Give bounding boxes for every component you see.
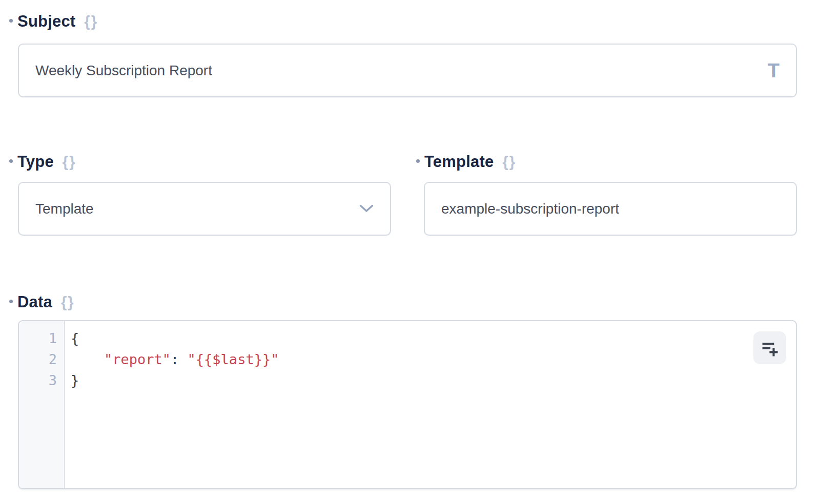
type-select[interactable]: Template xyxy=(18,182,391,236)
line-number: 3 xyxy=(19,370,57,391)
subject-input-field[interactable] xyxy=(35,62,768,79)
type-label-text: Type xyxy=(17,152,54,172)
email-node-form: Subject {} T Type {} Template Template {… xyxy=(0,0,820,504)
line-number: 1 xyxy=(19,328,57,349)
data-field-label: Data {} xyxy=(9,292,75,312)
line-number: 2 xyxy=(19,349,57,370)
type-field-label: Type {} xyxy=(9,152,76,172)
data-label-text: Data xyxy=(17,292,52,312)
code-line: } xyxy=(71,370,796,391)
required-dot xyxy=(416,159,420,163)
editor-gutter: 123 xyxy=(19,321,65,488)
subject-label-text: Subject xyxy=(17,12,75,31)
braces-icon[interactable]: {} xyxy=(63,152,76,172)
text-type-icon[interactable]: T xyxy=(768,61,780,80)
template-label-text: Template xyxy=(424,152,494,172)
format-json-icon xyxy=(761,339,779,357)
chevron-down-icon[interactable] xyxy=(359,204,374,213)
template-field-label: Template {} xyxy=(416,152,516,172)
braces-icon[interactable]: {} xyxy=(502,152,516,172)
required-dot xyxy=(9,19,13,23)
template-input[interactable] xyxy=(424,182,797,236)
code-line: "report": "{{$last}}" xyxy=(71,349,796,370)
template-input-field[interactable] xyxy=(441,201,780,217)
required-dot xyxy=(9,159,13,163)
subject-input[interactable]: T xyxy=(18,44,797,97)
braces-icon[interactable]: {} xyxy=(84,12,98,31)
editor-code[interactable]: { "report": "{{$last}}"} xyxy=(65,321,796,488)
type-select-value: Template xyxy=(35,201,359,217)
format-json-button[interactable] xyxy=(753,331,786,364)
data-code-editor[interactable]: 123 { "report": "{{$last}}"} xyxy=(18,320,797,489)
required-dot xyxy=(9,300,13,303)
subject-field-label: Subject {} xyxy=(9,12,98,31)
braces-icon[interactable]: {} xyxy=(61,292,75,312)
code-line: { xyxy=(71,328,796,349)
